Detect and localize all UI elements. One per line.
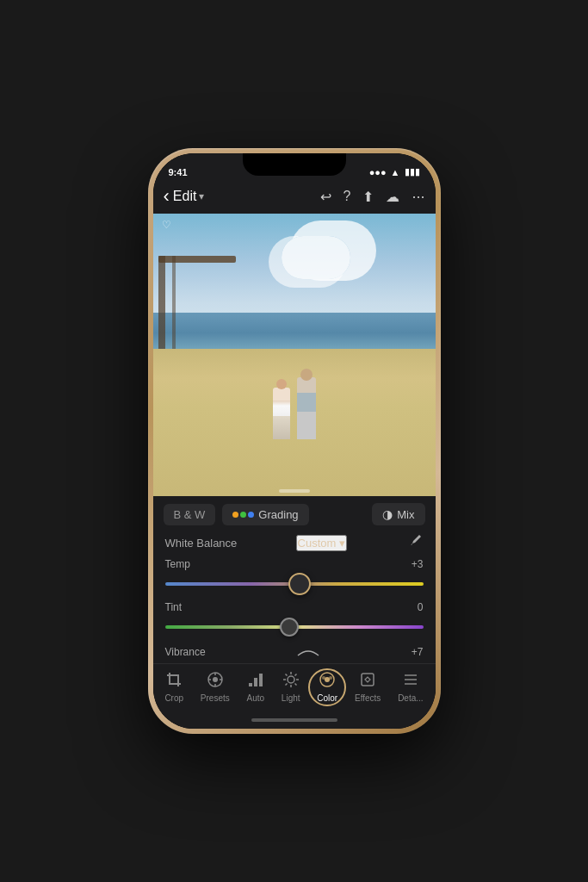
mix-icon: ◑ (382, 507, 393, 521)
svg-rect-2 (249, 683, 252, 686)
preset-label: Custom (298, 537, 337, 550)
temp-label: Temp (165, 558, 190, 570)
temp-thumb[interactable] (288, 573, 311, 595)
light-icon (282, 671, 300, 691)
grading-dot-green (240, 512, 246, 518)
wifi-icon: ▲ (391, 167, 400, 177)
toolbar: Crop Presets (153, 663, 436, 711)
header-icons: ↩ ? ⬆ ☁ ··· (320, 188, 425, 206)
auto-label: Auto (247, 693, 265, 703)
crop-label: Crop (164, 693, 183, 703)
phone-inner: 9:41 ●●● ▲ ▮▮▮ ‹ Edit ▾ ↩ ? (153, 153, 436, 729)
vibrance-row: Vibrance +7 (165, 644, 424, 658)
detail-icon (402, 671, 419, 691)
temp-header: Temp +3 (165, 558, 424, 570)
grading-dot-orange (232, 512, 238, 518)
home-indicator (153, 711, 436, 729)
tint-track-container[interactable] (165, 617, 424, 637)
tint-value: 0 (418, 601, 424, 613)
detail-label: Deta... (398, 693, 423, 703)
svg-point-8 (329, 676, 332, 680)
toolbar-detail[interactable]: Deta... (393, 669, 428, 705)
temp-slider-row: Temp +3 (165, 558, 424, 594)
auto-icon (247, 671, 264, 691)
heart-icon: ♡ (162, 219, 171, 231)
signal-icon: ●●● (369, 167, 387, 177)
header: ‹ Edit ▾ ↩ ? ⬆ ☁ ··· (153, 179, 436, 214)
screen: 9:41 ●●● ▲ ▮▮▮ ‹ Edit ▾ ↩ ? (153, 153, 436, 729)
bw-tab[interactable]: B & W (164, 504, 216, 525)
white-balance-row: White Balance Custom ▾ (165, 534, 424, 551)
light-label: Light (282, 693, 300, 703)
tint-header: Tint 0 (165, 601, 424, 613)
toolbar-crop[interactable]: Crop (159, 669, 189, 705)
toolbar-presets[interactable]: Presets (195, 669, 235, 705)
cloud-button[interactable]: ☁ (386, 189, 399, 205)
tint-track (165, 625, 424, 629)
preset-arrow: ▾ (339, 537, 345, 550)
edit-title: Edit (173, 189, 197, 204)
svg-rect-3 (254, 678, 257, 686)
vibrance-arc (295, 647, 321, 657)
person-man (297, 377, 316, 439)
temp-value: +3 (412, 558, 424, 570)
mix-tab[interactable]: ◑ Mix (372, 503, 424, 525)
time: 9:41 (169, 167, 188, 177)
svg-rect-9 (362, 674, 374, 686)
svg-point-1 (213, 677, 218, 682)
eyedropper-button[interactable] (406, 534, 424, 551)
grading-icon (232, 512, 254, 518)
bottom-panel: B & W Grading ◑ Mix (153, 496, 436, 729)
title-arrow: ▾ (199, 190, 204, 202)
grading-dot-blue (248, 512, 254, 518)
mix-label: Mix (397, 508, 414, 521)
presets-label: Presets (201, 693, 230, 703)
tint-label: Tint (165, 601, 183, 613)
toolbar-auto[interactable]: Auto (242, 669, 270, 705)
header-left: ‹ Edit ▾ (164, 185, 205, 208)
vibrance-value: +7 (412, 646, 424, 658)
undo-button[interactable]: ↩ (320, 189, 331, 205)
temp-track-container[interactable] (165, 574, 424, 594)
person-woman (273, 388, 290, 439)
vibrance-label: Vibrance (165, 646, 206, 658)
photo-area: ♡ (153, 214, 436, 496)
header-title: Edit ▾ (173, 189, 205, 204)
crop-icon (165, 671, 183, 691)
phone-frame: 9:41 ●●● ▲ ▮▮▮ ‹ Edit ▾ ↩ ? (148, 148, 441, 734)
home-bar (251, 718, 337, 722)
effects-label: Effects (355, 693, 381, 703)
people (273, 377, 316, 439)
controls-area: White Balance Custom ▾ (153, 531, 436, 663)
tint-slider-row: Tint 0 (165, 601, 424, 637)
toolbar-effects[interactable]: Effects (350, 669, 386, 705)
toolbar-color[interactable]: Color (312, 669, 343, 705)
presets-icon (207, 671, 224, 691)
white-balance-label: White Balance (165, 537, 238, 550)
share-button[interactable]: ⬆ (362, 189, 374, 205)
more-button[interactable]: ··· (412, 188, 424, 206)
grading-tab[interactable]: Grading (222, 504, 308, 525)
clouds (282, 236, 350, 279)
svg-point-7 (322, 676, 325, 680)
battery-icon: ▮▮▮ (405, 166, 420, 177)
tabs-row: B & W Grading ◑ Mix (153, 496, 436, 531)
temp-track (165, 582, 424, 586)
svg-point-5 (288, 676, 294, 683)
toolbar-light[interactable]: Light (276, 669, 306, 705)
tint-thumb[interactable] (280, 618, 299, 637)
status-icons: ●●● ▲ ▮▮▮ (369, 166, 420, 177)
back-button[interactable]: ‹ (164, 185, 170, 208)
effects-icon (359, 671, 376, 691)
drag-handle[interactable] (279, 489, 310, 493)
white-balance-preset[interactable]: Custom ▾ (296, 535, 348, 551)
color-icon (319, 671, 336, 691)
grading-label: Grading (258, 508, 298, 521)
svg-rect-4 (259, 674, 263, 686)
color-label: Color (317, 693, 337, 703)
notch (243, 153, 346, 176)
help-button[interactable]: ? (344, 189, 351, 204)
